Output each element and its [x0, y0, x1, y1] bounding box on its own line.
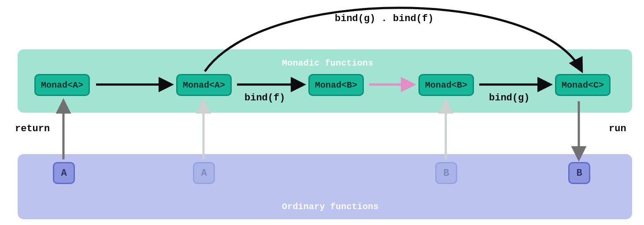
node-label: Monad<A>: [183, 80, 225, 90]
node-label: B: [443, 168, 449, 179]
node-label: Monad<C>: [562, 80, 604, 90]
node-label: A: [61, 168, 67, 179]
value-a-0: A: [53, 162, 75, 184]
monad-b-1: Monad<B>: [418, 74, 474, 96]
node-label: Monad<A>: [41, 80, 83, 90]
monad-a-0: Monad<A>: [34, 74, 90, 96]
bind-g-label: bind(g): [489, 92, 529, 103]
monad-a-1: Monad<A>: [176, 74, 232, 96]
run-label: run: [609, 123, 626, 134]
node-label: Monad<B>: [315, 80, 357, 90]
monadic-region-label: Monadic functions: [282, 58, 373, 68]
return-label: return: [15, 123, 50, 134]
bind-f-label: bind(f): [244, 92, 285, 103]
monad-b-0: Monad<B>: [308, 74, 364, 96]
diagram-root: Monadic functions Ordinary functions Mon…: [0, 0, 644, 225]
value-b-1: B: [568, 162, 590, 184]
monad-c: Monad<C>: [555, 74, 611, 96]
value-a-1-faded: A: [193, 162, 215, 184]
composed-label: bind(g) . bind(f): [335, 13, 433, 24]
value-b-0-faded: B: [435, 162, 457, 184]
node-label: Monad<B>: [425, 80, 467, 90]
node-label: B: [576, 168, 582, 179]
node-label: A: [201, 168, 207, 179]
ordinary-region-label: Ordinary functions: [282, 202, 379, 212]
